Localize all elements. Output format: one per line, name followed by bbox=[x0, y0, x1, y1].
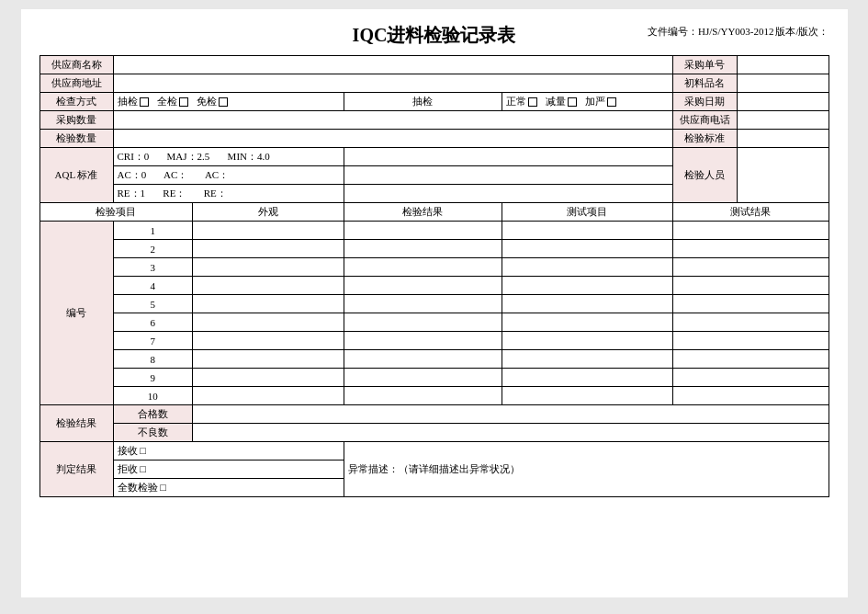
test-item-4[interactable] bbox=[502, 277, 672, 295]
test-result-col-header: 测试结果 bbox=[672, 203, 829, 222]
inspection-method-options: 抽检 全检 免检 bbox=[113, 93, 344, 111]
appearance-8[interactable] bbox=[192, 350, 344, 369]
sampling2-label: 抽检 bbox=[344, 93, 502, 111]
reduced-checkbox[interactable] bbox=[568, 97, 577, 107]
inspection-result-7[interactable] bbox=[344, 332, 502, 350]
table-row: 4 bbox=[39, 277, 829, 295]
sampling-qty-value[interactable] bbox=[113, 111, 672, 130]
inspector-label: 检验人员 bbox=[672, 148, 737, 203]
inspection-result-8[interactable] bbox=[344, 350, 502, 369]
row-num-9: 9 bbox=[113, 369, 192, 387]
test-result-3[interactable] bbox=[672, 258, 829, 277]
appearance-5[interactable] bbox=[192, 295, 344, 313]
purchase-order-value[interactable] bbox=[737, 56, 829, 74]
aql-ac: AC：0 AC： AC： bbox=[113, 166, 344, 185]
inspection-result-2[interactable] bbox=[344, 240, 502, 258]
inspection-qty-label: 检验数量 bbox=[39, 130, 113, 148]
test-result-7[interactable] bbox=[672, 332, 829, 350]
appearance-4[interactable] bbox=[192, 277, 344, 295]
table-row: 7 bbox=[39, 332, 829, 350]
test-result-9[interactable] bbox=[672, 369, 829, 387]
test-item-1[interactable] bbox=[502, 222, 672, 240]
aql-empty1 bbox=[344, 148, 672, 166]
tightened-checkbox[interactable] bbox=[607, 97, 616, 107]
row-num-7: 7 bbox=[113, 332, 192, 350]
inspection-result-col-header: 检验结果 bbox=[344, 203, 502, 222]
purchase-order-label: 采购单号 bbox=[672, 56, 737, 74]
inspection-standard-value[interactable] bbox=[737, 130, 829, 148]
sampling-checkbox[interactable] bbox=[140, 97, 149, 107]
test-result-5[interactable] bbox=[672, 295, 829, 313]
table-row: 6 bbox=[39, 313, 829, 332]
table-row: 5 bbox=[39, 295, 829, 313]
appearance-3[interactable] bbox=[192, 258, 344, 277]
appearance-9[interactable] bbox=[192, 369, 344, 387]
purchase-date-label: 采购日期 bbox=[672, 93, 737, 111]
inspection-result-10[interactable] bbox=[344, 387, 502, 405]
row-num-10: 10 bbox=[113, 387, 192, 405]
test-result-8[interactable] bbox=[672, 350, 829, 369]
test-result-10[interactable] bbox=[672, 387, 829, 405]
inspection-result-3[interactable] bbox=[344, 258, 502, 277]
serial-label: 编号 bbox=[39, 222, 113, 405]
supplier-address-value[interactable] bbox=[113, 74, 672, 93]
inspection-result-4[interactable] bbox=[344, 277, 502, 295]
table-row: 8 bbox=[39, 350, 829, 369]
normal-checkbox[interactable] bbox=[528, 97, 537, 107]
test-item-9[interactable] bbox=[502, 369, 672, 387]
inspection-qty-value[interactable] bbox=[113, 130, 672, 148]
test-item-5[interactable] bbox=[502, 295, 672, 313]
test-result-6[interactable] bbox=[672, 313, 829, 332]
inspection-result-9[interactable] bbox=[344, 369, 502, 387]
test-item-2[interactable] bbox=[502, 240, 672, 258]
purchase-date-value[interactable] bbox=[737, 93, 829, 111]
doc-number: 文件编号：HJ/S/YY003-2012 bbox=[648, 25, 774, 39]
test-item-7[interactable] bbox=[502, 332, 672, 350]
exempt-checkbox[interactable] bbox=[219, 97, 228, 107]
aql-empty3 bbox=[344, 185, 672, 203]
supplier-address-row: 供应商地址 初料品名 bbox=[39, 74, 829, 93]
main-table: 供应商名称 采购单号 供应商地址 初料品名 检查方式 抽检 全检 免检 bbox=[39, 55, 829, 497]
row-num-5: 5 bbox=[113, 295, 192, 313]
test-result-2[interactable] bbox=[672, 240, 829, 258]
test-item-3[interactable] bbox=[502, 258, 672, 277]
supplier-name-value[interactable] bbox=[113, 56, 672, 74]
test-result-4[interactable] bbox=[672, 277, 829, 295]
inspection-qty-row: 检验数量 检验标准 bbox=[39, 130, 829, 148]
fail-count-row: 不良数 bbox=[39, 424, 829, 442]
appearance-2[interactable] bbox=[192, 240, 344, 258]
test-item-8[interactable] bbox=[502, 350, 672, 369]
pass-count-value[interactable] bbox=[192, 405, 829, 424]
row-num-1: 1 bbox=[113, 222, 192, 240]
appearance-6[interactable] bbox=[192, 313, 344, 332]
table-row: 3 bbox=[39, 258, 829, 277]
full-checkbox[interactable] bbox=[179, 97, 188, 107]
test-item-col-header: 测试项目 bbox=[502, 203, 672, 222]
appearance-10[interactable] bbox=[192, 387, 344, 405]
test-item-10[interactable] bbox=[502, 387, 672, 405]
inspector-value[interactable] bbox=[737, 148, 829, 203]
sampling-type-options: 正常 减量 加严 bbox=[502, 93, 672, 111]
row-num-4: 4 bbox=[113, 277, 192, 295]
test-result-1[interactable] bbox=[672, 222, 829, 240]
appearance-1[interactable] bbox=[192, 222, 344, 240]
material-name-value[interactable] bbox=[737, 74, 829, 93]
appearance-col-header: 外观 bbox=[192, 203, 344, 222]
fail-count-value[interactable] bbox=[192, 424, 829, 442]
inspection-result-5[interactable] bbox=[344, 295, 502, 313]
test-item-6[interactable] bbox=[502, 313, 672, 332]
inspection-result-6[interactable] bbox=[344, 313, 502, 332]
aql-empty2 bbox=[344, 166, 672, 185]
version-info: 版本/版次： bbox=[775, 25, 829, 39]
item-col-header: 检验项目 bbox=[39, 203, 192, 222]
inspection-result-label: 检验结果 bbox=[39, 405, 113, 442]
aql-re: RE：1 RE： RE： bbox=[113, 185, 344, 203]
verdict-full-inspection-option: 全数检验 □ bbox=[113, 479, 344, 497]
supplier-phone-value[interactable] bbox=[737, 111, 829, 130]
appearance-7[interactable] bbox=[192, 332, 344, 350]
purchase-qty-row: 采购数量 供应商电话 bbox=[39, 111, 829, 130]
aql-label: AQL 标准 bbox=[39, 148, 113, 203]
inspection-method-row: 检查方式 抽检 全检 免检 抽检 正常 减量 加严 bbox=[39, 93, 829, 111]
inspection-method-label: 检查方式 bbox=[39, 93, 113, 111]
inspection-result-1[interactable] bbox=[344, 222, 502, 240]
